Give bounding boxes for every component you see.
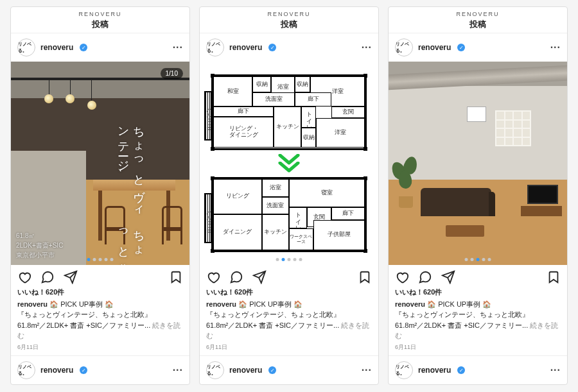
floorplan-after: バルコニー リビング 浴室 寝室 洗面室 廊下 玄関 ダイニング キッチン トイ… xyxy=(211,177,367,252)
page-counter: 1/10 xyxy=(161,68,183,79)
overlay-meta-plan: 2LDK+書斎+SIC xyxy=(16,241,63,250)
caption-line3: 61.8m²／2LDK+ 書斎 +SIC／ファミリー... xyxy=(17,321,152,329)
like-icon[interactable] xyxy=(17,270,31,284)
top-bar: RENOVERU 投稿 xyxy=(389,7,567,33)
room-genkan: 玄関 xyxy=(331,107,365,118)
bookmark-icon[interactable] xyxy=(169,270,183,284)
room-shuno: 収納 xyxy=(252,76,270,92)
post-more-button[interactable]: ··· xyxy=(362,42,372,53)
like-count[interactable]: いいね！620件 xyxy=(17,287,183,298)
room-workspace: ワークスペース xyxy=(289,228,313,250)
top-bar: RENOVERU 投稿 xyxy=(200,7,378,33)
phone-screen-1: RENOVERU 投稿 リノベる。 renoveru ✓ ··· 1/10 ちょ… xyxy=(10,6,190,385)
carousel-dots xyxy=(87,258,114,261)
overlay-line-1: ちょっとヴィンテージ、 xyxy=(116,119,146,216)
post-more-button[interactable]: ··· xyxy=(173,364,183,376)
overlay-line-2: ちょっと北欧 xyxy=(116,223,146,265)
room-shinshitsu: 寝室 xyxy=(289,179,365,207)
room-toilet: トイレ xyxy=(301,107,317,128)
page-title: 投稿 xyxy=(200,19,378,30)
avatar[interactable]: リノベる。 xyxy=(395,38,413,56)
brand-label: RENOVERU xyxy=(11,11,189,17)
like-icon[interactable] xyxy=(395,270,409,284)
post-more-button[interactable]: ··· xyxy=(173,42,183,53)
post-image[interactable] xyxy=(389,62,567,265)
username[interactable]: renoveru xyxy=(40,366,73,375)
like-count[interactable]: いいね！620件 xyxy=(395,287,561,298)
brand-label: RENOVERU xyxy=(200,11,378,17)
action-bar xyxy=(11,265,189,287)
carousel-dots xyxy=(465,258,491,261)
caption-block: いいね！620件 renoveru 🏠 PICK UP事例 🏠 『ちょっとヴィン… xyxy=(200,287,378,355)
room-living: リビング xyxy=(213,179,262,215)
caption-username[interactable]: renoveru xyxy=(17,300,48,308)
caption-block: いいね！620件 renoveru 🏠 PICK UP事例 🏠 『ちょっとヴィン… xyxy=(389,287,567,355)
post-date: 6月11日 xyxy=(206,343,372,352)
post-image[interactable]: バルコニー 和室 収納 浴室 収納 洋室 洗面室 廊下 廊下 玄関 廊下 リビン… xyxy=(200,62,378,265)
comment-icon[interactable] xyxy=(418,270,432,284)
overlay-meta-area: 61.8㎡ xyxy=(16,231,63,241)
verified-badge-icon: ✓ xyxy=(268,366,276,374)
comment-icon[interactable] xyxy=(229,270,243,284)
brand-label: RENOVERU xyxy=(389,11,567,17)
share-icon[interactable] xyxy=(441,270,455,284)
post-more-button[interactable]: ··· xyxy=(362,364,372,376)
phone-screen-2: RENOVERU 投稿 リノベる。 renoveru ✓ ··· バルコニー 和… xyxy=(199,6,379,385)
room-yokushitsu: 浴室 xyxy=(262,179,289,198)
like-icon[interactable] xyxy=(206,270,220,284)
caption-username[interactable]: renoveru xyxy=(206,300,236,308)
next-post-header: リノベる。 renoveru ✓ ··· xyxy=(200,355,378,384)
avatar[interactable]: リノベる。 xyxy=(395,361,413,379)
share-icon[interactable] xyxy=(252,270,267,284)
post-image[interactable]: 1/10 ちょっとヴィンテージ、 ちょっと北欧 61.8㎡ 2LDK+書斎+SI… xyxy=(11,62,189,265)
transform-arrow-icon xyxy=(276,154,302,173)
like-count[interactable]: いいね！620件 xyxy=(206,287,372,298)
top-bar: RENOVERU 投稿 xyxy=(11,7,189,33)
room-ld: リビング・ ダイニング xyxy=(213,117,274,148)
verified-badge-icon: ✓ xyxy=(457,44,465,51)
room-kodomo: 子供部屋 xyxy=(313,220,365,250)
caption-username[interactable]: renoveru xyxy=(395,300,425,308)
floorplan-before: バルコニー 和室 収納 浴室 収納 洋室 洗面室 廊下 廊下 玄関 廊下 リビン… xyxy=(211,74,367,149)
username[interactable]: renoveru xyxy=(40,43,73,52)
room-senmen: 洗面室 xyxy=(252,92,295,107)
avatar[interactable]: リノベる。 xyxy=(206,38,224,56)
username[interactable]: renoveru xyxy=(229,366,262,375)
room-dining: ダイニング xyxy=(213,214,262,250)
room-washitsu: 和室 xyxy=(213,76,252,107)
verified-badge-icon: ✓ xyxy=(80,366,87,374)
comment-icon[interactable] xyxy=(40,270,55,284)
post-more-button[interactable]: ··· xyxy=(550,42,561,53)
floorplan-image: バルコニー 和室 収納 浴室 収納 洋室 洗面室 廊下 廊下 玄関 廊下 リビン… xyxy=(200,62,378,265)
image-overlay-title: ちょっとヴィンテージ、 ちょっと北欧 xyxy=(116,119,146,265)
post-header: リノベる。 renoveru ✓ ··· xyxy=(389,33,567,62)
caption-line3: 61.8m²／2LDK+ 書斎 +SIC／ファミリー... xyxy=(206,321,341,329)
caption-line2: 『ちょっとヴィンテージ、ちょっと北欧』 xyxy=(17,309,183,320)
action-bar xyxy=(389,265,567,287)
post-date: 6月11日 xyxy=(17,343,183,352)
username[interactable]: renoveru xyxy=(418,366,451,375)
verified-badge-icon: ✓ xyxy=(457,366,465,374)
username[interactable]: renoveru xyxy=(418,43,451,52)
room-senmen: 洗面室 xyxy=(262,197,289,214)
room-shuno: 収納 xyxy=(295,76,310,92)
avatar[interactable]: リノベる。 xyxy=(206,361,224,379)
living-room-photo xyxy=(389,62,567,265)
avatar[interactable]: リノベる。 xyxy=(17,38,35,56)
room-kitchen: キッチン xyxy=(274,107,301,148)
username[interactable]: renoveru xyxy=(229,43,262,52)
post-more-button[interactable]: ··· xyxy=(550,364,561,376)
balcony-label: バルコニー xyxy=(204,193,212,243)
next-post-header: リノベる。 renoveru ✓ ··· xyxy=(389,355,567,384)
verified-badge-icon: ✓ xyxy=(268,44,276,51)
page-title: 投稿 xyxy=(11,19,189,30)
bookmark-icon[interactable] xyxy=(547,270,561,284)
share-icon[interactable] xyxy=(64,270,78,284)
phone-screen-3: RENOVERU 投稿 リノベる。 renoveru ✓ ··· xyxy=(388,6,568,385)
caption-head: 🏠 PICK UP事例 🏠 xyxy=(48,300,114,308)
room-rouka: 廊下 xyxy=(213,107,274,117)
room-kitchen: キッチン xyxy=(262,214,289,250)
caption-line3: 61.8m²／2LDK+ 書斎 +SIC／ファミリー... xyxy=(395,321,530,329)
bookmark-icon[interactable] xyxy=(358,270,372,284)
avatar[interactable]: リノベる。 xyxy=(17,361,35,379)
